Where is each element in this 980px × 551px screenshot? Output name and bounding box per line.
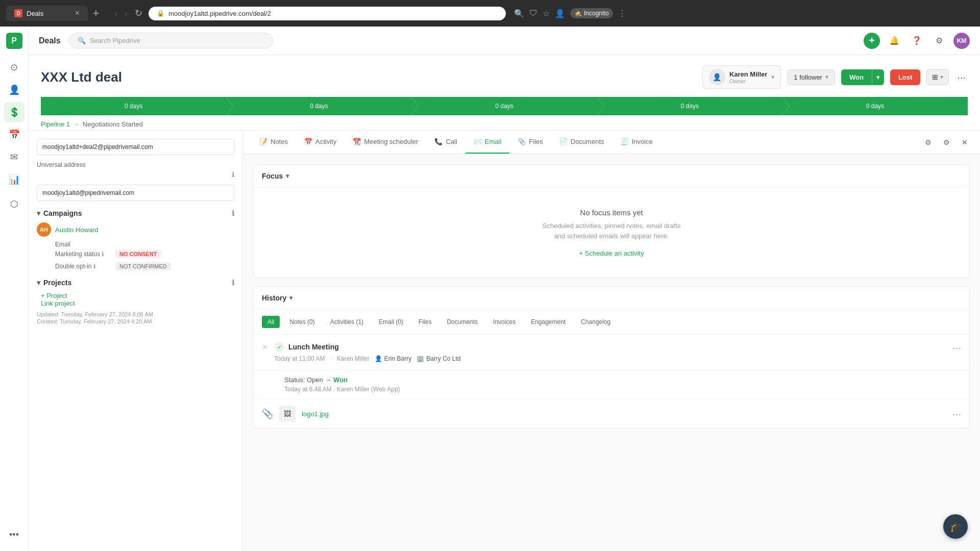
lost-button[interactable]: Lost: [890, 69, 920, 85]
tab-label: Deals: [27, 10, 43, 17]
email-icon: ✉️: [474, 138, 482, 145]
double-opt-in-info-icon[interactable]: ℹ: [93, 263, 96, 270]
won-button[interactable]: Won: [841, 69, 872, 85]
filter-invoices[interactable]: Invoices: [487, 316, 521, 328]
sidebar-item-more[interactable]: •••: [4, 524, 24, 545]
add-project-link[interactable]: + Project: [41, 292, 234, 299]
menu-icon[interactable]: ⋮: [618, 9, 626, 18]
file-name-link[interactable]: logo1.jpg: [302, 410, 329, 418]
add-button[interactable]: +: [864, 33, 880, 49]
info-icon-universal[interactable]: ℹ: [232, 170, 234, 179]
tab-call[interactable]: 📞 Call: [426, 131, 465, 154]
sidebar-item-projects[interactable]: ⬡: [4, 194, 24, 214]
focus-section-title[interactable]: Focus ▾: [254, 165, 969, 188]
tab-notes[interactable]: 📝 Notes: [251, 131, 296, 154]
filter-documents[interactable]: Documents: [441, 316, 483, 328]
tab-activity[interactable]: 📅 Activity: [296, 131, 345, 154]
tab-files[interactable]: 📎 Files: [509, 131, 551, 154]
notifications-button[interactable]: 🔔: [886, 33, 902, 49]
more-actions-button[interactable]: ···: [955, 69, 968, 85]
activity-person: 👤 Erin Barry: [375, 355, 411, 362]
owner-dropdown-icon: ▾: [771, 73, 774, 81]
email-field[interactable]: [37, 139, 234, 155]
activity-check-icon: ✓: [274, 342, 284, 352]
refresh-button[interactable]: ↻: [133, 6, 144, 21]
history-toggle-icon: ▾: [289, 294, 292, 302]
tab-documents[interactable]: 📄 Documents: [551, 131, 612, 154]
help-button[interactable]: ❓: [909, 33, 925, 49]
pipeline-stage-1[interactable]: 0 days: [41, 97, 226, 115]
sidebar-item-reports[interactable]: 📊: [4, 169, 24, 190]
sidebar-item-contacts[interactable]: 👤: [4, 80, 24, 100]
profile-icon[interactable]: 👤: [555, 9, 565, 18]
projects-info-icon[interactable]: ℹ: [232, 279, 234, 287]
email-field-label: Email: [55, 241, 234, 248]
pipeline-stage-2[interactable]: 0 days: [226, 97, 411, 115]
pipeline-stage-3[interactable]: 0 days: [411, 97, 597, 115]
history-filter-bar: All Notes (0) Activities (1) Email (0) F…: [254, 310, 969, 335]
documents-icon: 📄: [559, 138, 568, 145]
universal-address-label: Universal address: [37, 161, 234, 168]
person-name-link[interactable]: Austin Howard: [55, 226, 99, 234]
settings-button[interactable]: ⚙: [931, 33, 947, 49]
won-dropdown-button[interactable]: ▾: [872, 69, 884, 85]
filter-all[interactable]: All: [262, 316, 280, 328]
sidebar-item-activities[interactable]: 📅: [4, 124, 24, 145]
tab-invoice[interactable]: 🧾 Invoice: [612, 131, 661, 154]
link-project-link[interactable]: Link project: [41, 299, 234, 307]
shield-icon[interactable]: 🛡: [529, 9, 537, 18]
pipeline-stage-4[interactable]: 0 days: [597, 97, 782, 115]
universal-address-field[interactable]: [37, 185, 234, 201]
campaigns-info-icon[interactable]: ℹ: [232, 209, 234, 217]
user-avatar[interactable]: KM: [953, 33, 970, 49]
history-section-title[interactable]: History ▾: [254, 287, 969, 310]
breadcrumb-stage: Negotiations Started: [83, 120, 143, 128]
tab-config-button[interactable]: ⚙: [939, 135, 953, 149]
chat-fab-button[interactable]: 🎓: [943, 514, 968, 539]
search-icon[interactable]: 🔍: [514, 9, 524, 18]
star-icon[interactable]: ☆: [543, 9, 550, 18]
filter-email[interactable]: Email (0): [373, 316, 409, 328]
activity-icon: 📅: [304, 138, 312, 145]
filter-engagement[interactable]: Engagement: [525, 316, 571, 328]
browser-tab[interactable]: D Deals ×: [6, 6, 88, 21]
schedule-activity-link[interactable]: + Schedule an activity: [579, 249, 644, 257]
tab-settings-button[interactable]: ⚙: [921, 135, 935, 149]
sidebar-item-deals[interactable]: 💲: [4, 102, 24, 122]
address-bar[interactable]: 🔒 moodjoy1altd.pipedrive.com/deal/2: [149, 7, 506, 20]
search-bar[interactable]: 🔍 Search Pipedrive: [69, 33, 273, 48]
activity-close-button[interactable]: ✕: [262, 343, 268, 362]
deal-header: XXX Ltd deal 👤 Karen Miller Owner ▾: [29, 55, 980, 131]
campaigns-section-header: ▾ Campaigns ℹ: [37, 209, 234, 217]
campaigns-toggle-icon[interactable]: ▾: [37, 209, 40, 217]
tab-close-button[interactable]: ✕: [958, 135, 972, 149]
file-more-button[interactable]: ···: [952, 408, 961, 420]
follower-button[interactable]: 1 follower ▾: [787, 69, 835, 85]
person-icon: 👤: [375, 355, 382, 362]
owner-block[interactable]: 👤 Karen Miller Owner ▾: [702, 65, 781, 89]
activity-header: ✓ Lunch Meeting: [274, 342, 946, 352]
breadcrumb-pipeline[interactable]: Pipeline 1: [41, 120, 70, 128]
pipeline-stage-5[interactable]: 0 days: [782, 97, 968, 115]
person-avatar: AH: [37, 222, 51, 237]
tab-meeting-scheduler[interactable]: 📆 Meeting scheduler: [345, 131, 426, 154]
sidebar-item-home[interactable]: ⊙: [4, 57, 24, 78]
projects-toggle-icon[interactable]: ▾: [37, 279, 40, 287]
filter-notes[interactable]: Notes (0): [284, 316, 320, 328]
filter-activities[interactable]: Activities (1): [325, 316, 369, 328]
filter-changelog[interactable]: Changelog: [575, 316, 616, 328]
sidebar-item-mail[interactable]: ✉: [4, 147, 24, 167]
files-icon: 📎: [518, 138, 526, 145]
forward-button[interactable]: ›: [122, 6, 130, 21]
back-button[interactable]: ‹: [112, 6, 119, 21]
focus-toggle-icon: ▾: [286, 172, 289, 180]
tab-email[interactable]: ✉️ Email: [465, 131, 510, 154]
tab-close-button[interactable]: ×: [75, 9, 80, 18]
view-toggle-button[interactable]: ⊞ ▾: [926, 69, 949, 85]
filter-files[interactable]: Files: [413, 316, 437, 328]
new-tab-button[interactable]: +: [88, 5, 104, 21]
activity-owner: Karen Miller: [337, 355, 370, 362]
activity-more-button[interactable]: ···: [952, 342, 961, 362]
marketing-info-icon[interactable]: ℹ: [102, 251, 104, 258]
double-opt-in-label: Double opt-in ℹ: [55, 263, 111, 270]
